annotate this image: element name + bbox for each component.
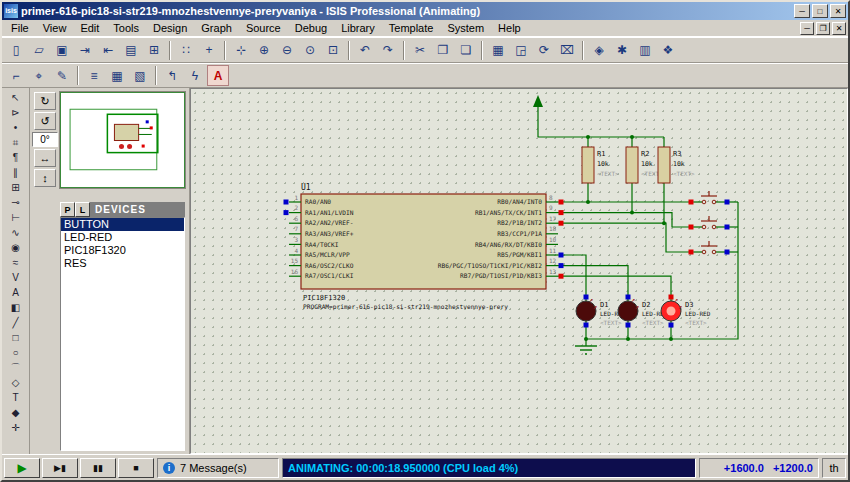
toolbar-open-design[interactable]: ▱ (28, 40, 50, 61)
menu-graph[interactable]: Graph (194, 21, 239, 35)
tool-terminal-mode[interactable]: ⊸ (4, 195, 28, 210)
toolbar2-design-explorer[interactable]: ≡ (83, 65, 105, 86)
orient-rotate-clockwise[interactable]: ↻ (34, 92, 56, 110)
toolbar-decompose[interactable]: ❖ (657, 40, 679, 61)
toolbar-zoom-out[interactable]: ⊖ (276, 40, 298, 61)
tool-virtual-instruments-mode[interactable]: ◧ (4, 300, 28, 315)
toolbar2-property-assignment[interactable]: ✎ (51, 65, 73, 86)
device-res[interactable]: RES (61, 257, 184, 270)
tool-current-probe-mode[interactable]: A (4, 285, 28, 300)
tool-2d-marker-mode[interactable]: ✛ (4, 420, 28, 435)
tool-tape-recorder-mode[interactable]: ◉ (4, 240, 28, 255)
sim-button-play[interactable]: ▶ (4, 458, 40, 478)
message-panel[interactable]: i 7 Message(s) (157, 458, 279, 478)
push-button-1[interactable] (689, 191, 730, 205)
toolbar-center-at-cursor[interactable]: ⊹ (230, 40, 252, 61)
toolbar-packaging-tool[interactable]: ▥ (634, 40, 656, 61)
mcu-u1[interactable]: U1PIC18F1320PROGRAM=primer-616-pic18-si-… (284, 183, 564, 311)
tool-2d-arc-mode[interactable]: ⌒ (4, 360, 28, 375)
tool-selection-mode[interactable]: ↖ (4, 90, 28, 105)
tool-bus-mode[interactable]: ∥ (4, 165, 28, 180)
window-button-maximize[interactable]: □ (812, 4, 828, 18)
toolbar2-new-sheet[interactable]: ▦ (106, 65, 128, 86)
toolbar-new-design[interactable]: ▯ (5, 40, 27, 61)
tool-2d-box-mode[interactable]: □ (4, 330, 28, 345)
toolbar2-exit-to-parent[interactable]: ↰ (161, 65, 183, 86)
sim-button-pause[interactable]: ▮▮ (80, 458, 116, 478)
pick-devices-button[interactable]: P (60, 202, 75, 217)
toolbar-block-delete[interactable]: ⌧ (556, 40, 578, 61)
schematic-editor[interactable]: R110k<TEXT>R210k<TEXT>R310k<TEXT>U1PIC18… (190, 88, 848, 454)
toolbar-copy[interactable]: ❐ (432, 40, 454, 61)
power-terminal[interactable] (533, 95, 543, 137)
orient-rotate-anticlockwise[interactable]: ↺ (34, 112, 56, 130)
tool-device-pin-mode[interactable]: ⊢ (4, 210, 28, 225)
tool-graph-mode[interactable]: ∿ (4, 225, 28, 240)
toolbar-pick-parts[interactable]: ◈ (588, 40, 610, 61)
toolbar-import-section[interactable]: ⇥ (74, 40, 96, 61)
toolbar-redo[interactable]: ↷ (377, 40, 399, 61)
tool-generator-mode[interactable]: ≈ (4, 255, 28, 270)
device-led-red[interactable]: LED-RED (61, 231, 184, 244)
mdi-button-minimize[interactable]: ─ (800, 22, 814, 35)
toolbar-zoom-all[interactable]: ⊙ (299, 40, 321, 61)
sim-button-stop[interactable]: ■ (118, 458, 154, 478)
device-pic18f1320[interactable]: PIC18F1320 (61, 244, 184, 257)
toolbar-cut[interactable]: ✂ (409, 40, 431, 61)
toolbar-undo[interactable]: ↶ (354, 40, 376, 61)
led-d2[interactable]: ↗↗D2LED-RED<TEXT> (618, 295, 668, 328)
library-manager-button[interactable]: L (75, 202, 90, 217)
mdi-button-restore[interactable]: ❐ (816, 22, 830, 35)
menu-help[interactable]: Help (491, 21, 528, 35)
toolbar-zoom-area[interactable]: ⊡ (322, 40, 344, 61)
rotation-angle-field[interactable]: 0° (32, 132, 58, 147)
toolbar-make-device[interactable]: ✱ (611, 40, 633, 61)
tool-subcircuit-mode[interactable]: ⊞ (4, 180, 28, 195)
toolbar-block-rotate[interactable]: ⟳ (533, 40, 555, 61)
mdi-button-close[interactable]: ✕ (832, 22, 846, 35)
menu-view[interactable]: View (36, 21, 74, 35)
menu-source[interactable]: Source (239, 21, 288, 35)
tool-2d-circle-mode[interactable]: ○ (4, 345, 28, 360)
orient-mirror-horizontal[interactable]: ↔ (34, 149, 56, 167)
tool-2d-line-mode[interactable]: ╱ (4, 315, 28, 330)
toolbar2-wire-autorouter[interactable]: ⌐ (5, 65, 27, 86)
menu-tools[interactable]: Tools (106, 21, 146, 35)
tool-2d-text-mode[interactable]: T (4, 390, 28, 405)
tool-component-mode[interactable]: ⊳ (4, 105, 28, 120)
toolbar-paste[interactable]: ❏ (455, 40, 477, 61)
toolbar-block-move[interactable]: ◲ (510, 40, 532, 61)
window-button-close[interactable]: ✕ (830, 4, 846, 18)
toolbar-block-copy[interactable]: ▦ (487, 40, 509, 61)
toolbar2-electrical-rule-check[interactable]: ϟ (184, 65, 206, 86)
tool-2d-symbol-mode[interactable]: ◆ (4, 405, 28, 420)
tool-voltage-probe-mode[interactable]: V (4, 270, 28, 285)
push-button-2[interactable] (689, 216, 730, 230)
tool-wire-label-mode[interactable]: ⌗ (4, 135, 28, 150)
schematic-overview[interactable] (60, 92, 185, 188)
tool-text-script-mode[interactable]: ¶ (4, 150, 28, 165)
menu-design[interactable]: Design (146, 21, 194, 35)
led-d3[interactable]: ↗↗D3LED-RED<TEXT> (661, 295, 711, 328)
toolbar-zoom-in[interactable]: ⊕ (253, 40, 275, 61)
window-button-minimize[interactable]: ─ (794, 4, 810, 18)
menu-edit[interactable]: Edit (73, 21, 106, 35)
toolbar-print-design[interactable]: ▤ (120, 40, 142, 61)
toolbar-mark-output-area[interactable]: ⊞ (143, 40, 165, 61)
tool-junction-dot-mode[interactable]: • (4, 120, 28, 135)
toolbar2-remove-sheet[interactable]: ▧ (129, 65, 151, 86)
push-button-3[interactable] (689, 241, 730, 255)
menu-template[interactable]: Template (382, 21, 441, 35)
toolbar-save-design[interactable]: ▣ (51, 40, 73, 61)
menu-library[interactable]: Library (334, 21, 382, 35)
toolbar-toggle-grid[interactable]: ∷ (175, 40, 197, 61)
ground-terminal[interactable] (575, 339, 597, 354)
sim-button-step[interactable]: ▶▮ (42, 458, 78, 478)
resistor-r3[interactable]: R310k<TEXT> (658, 147, 695, 183)
resistor-r1[interactable]: R110k<TEXT> (582, 147, 619, 183)
menu-file[interactable]: File (4, 21, 36, 35)
toolbar2-search-and-tag[interactable]: ⌖ (28, 65, 50, 86)
device-button[interactable]: BUTTON (61, 218, 184, 231)
toolbar-toggle-false-origin[interactable]: + (198, 40, 220, 61)
orient-mirror-vertical[interactable]: ↕ (34, 169, 56, 187)
